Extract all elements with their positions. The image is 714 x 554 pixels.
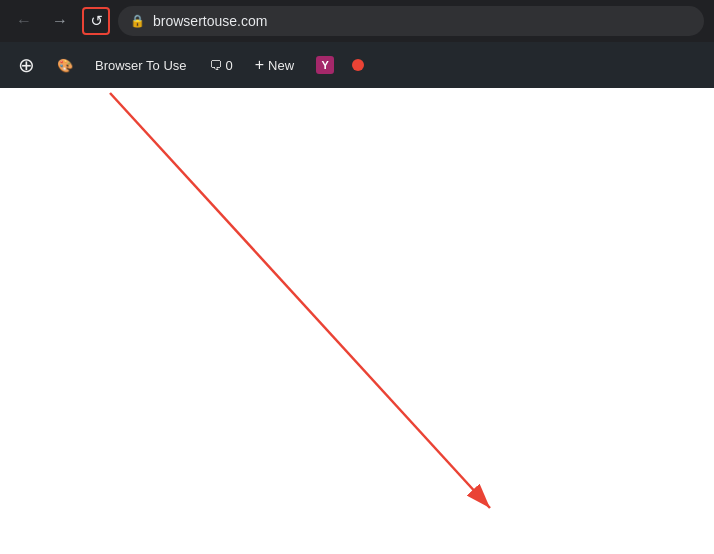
address-bar-row: ← → ↻ 🔒 browsertouse.com: [0, 0, 714, 42]
wordpress-logo-button[interactable]: ⊕: [10, 49, 43, 81]
recording-indicator: [352, 59, 364, 71]
wordpress-icon: ⊕: [18, 53, 35, 77]
svg-line-0: [110, 93, 490, 508]
wordpress-toolbar: ⊕ 🎨 Browser To Use 🗨 0 + New Y: [0, 42, 714, 88]
new-label: New: [268, 58, 294, 73]
site-name-button[interactable]: Browser To Use: [87, 54, 195, 77]
yoast-button[interactable]: Y: [308, 52, 342, 78]
url-text: browsertouse.com: [153, 13, 267, 29]
reload-button[interactable]: ↻: [82, 7, 110, 35]
back-icon: ←: [16, 12, 32, 30]
comments-button[interactable]: 🗨 0: [201, 54, 241, 77]
site-name-text: Browser To Use: [95, 58, 187, 73]
comment-icon: 🗨: [209, 58, 222, 73]
annotation-overlay: [0, 88, 714, 554]
customize-icon-button[interactable]: 🎨: [49, 54, 81, 77]
lock-icon: 🔒: [130, 14, 145, 28]
yoast-icon: Y: [316, 56, 334, 74]
main-content: [0, 88, 714, 554]
reload-icon: ↻: [90, 12, 103, 30]
forward-icon: →: [52, 12, 68, 30]
plus-icon: +: [255, 56, 264, 74]
back-button[interactable]: ←: [10, 7, 38, 35]
address-bar[interactable]: 🔒 browsertouse.com: [118, 6, 704, 36]
forward-button[interactable]: →: [46, 7, 74, 35]
customize-icon: 🎨: [57, 58, 73, 73]
comments-count: 0: [226, 58, 233, 73]
new-button[interactable]: + New: [247, 52, 302, 78]
browser-chrome: ← → ↻ 🔒 browsertouse.com ⊕ 🎨 Browser To …: [0, 0, 714, 88]
